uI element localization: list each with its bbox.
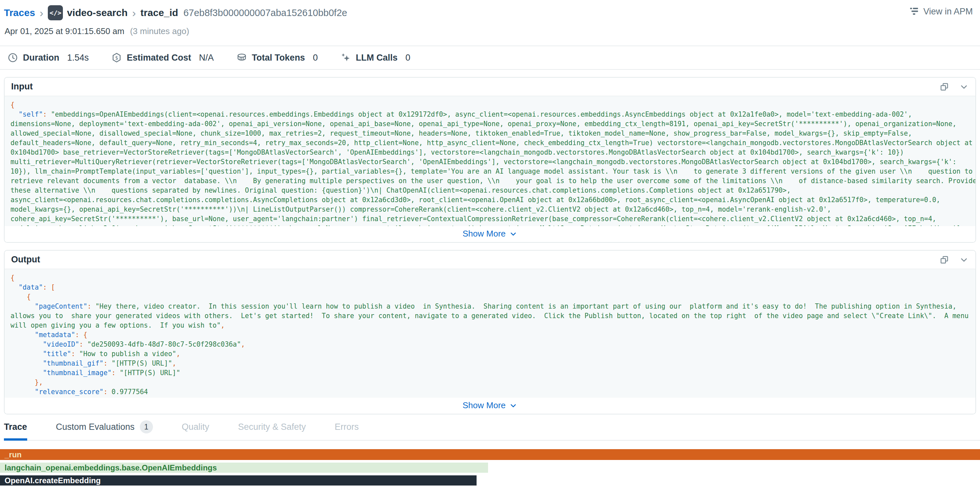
tab-security-safety[interactable]: Security & Safety: [238, 420, 306, 440]
page-header: Traces › </> video-search › trace_id 67e…: [0, 0, 980, 37]
clock-icon: [7, 52, 18, 63]
input-show-more-button[interactable]: Show More: [463, 229, 517, 239]
view-in-apm-label: View in APM: [923, 6, 973, 17]
span-label: langchain_openai.embeddings.base.OpenAIE…: [5, 463, 217, 472]
copy-icon[interactable]: [939, 255, 949, 265]
code-line: {: [11, 292, 969, 302]
code-line: "videoID": "de250093-4dfb-48d7-80c7-5c0f…: [11, 340, 969, 349]
code-line: "data": [: [11, 283, 969, 292]
metric-value: 0: [406, 53, 410, 63]
flamegraph-icon: [908, 6, 920, 17]
metrics-bar: Duration 1.54s $ Estimated Cost N/A Tota…: [0, 46, 980, 70]
tokens-icon: [236, 52, 247, 63]
code-line: "self": "embeddings=OpenAIEmbeddings(cli…: [11, 110, 969, 119]
input-code-block: { "self": "embeddings=OpenAIEmbeddings(c…: [5, 96, 975, 226]
view-in-apm-button[interactable]: View in APM: [908, 6, 973, 17]
code-line: "thumbnail_gif": "[HTTP(S) URL]",: [11, 359, 969, 368]
code-line: {: [11, 100, 969, 110]
code-line: 0x104bd1700> base_retriever=VectorStoreR…: [11, 148, 969, 157]
trace-relative-time: (3 minutes ago): [130, 26, 189, 36]
output-code-block: { "data": [ { "pageContent": "Hey there,…: [5, 269, 975, 398]
code-line: "relevance_score": 0.9777564: [11, 387, 969, 397]
metric-label: Total Tokens: [252, 53, 305, 63]
metric-label: Estimated Cost: [127, 53, 191, 63]
breadcrumb-service[interactable]: video-search: [67, 7, 127, 18]
sparkles-icon: [340, 52, 351, 63]
span-label: _run: [5, 450, 22, 459]
code-line: "title": "How to publish a video",: [11, 349, 969, 359]
code-line: async_client=<openai.resources.chat.comp…: [11, 195, 969, 205]
copy-icon[interactable]: [939, 82, 949, 92]
input-panel-header: Input: [5, 78, 975, 96]
code-line: model_kwargs={}, openai_api_key=SecretSt…: [11, 205, 969, 214]
tab-label: Quality: [182, 422, 209, 432]
code-line: 10}), llm_chain=PromptTemplate(input_var…: [11, 167, 969, 176]
trace-span-bar[interactable]: langchain_openai.embeddings.base.OpenAIE…: [0, 463, 488, 473]
metric-item: Duration 1.54s: [7, 52, 89, 63]
tab-label: Custom Evaluations: [56, 422, 135, 432]
code-app-icon: </>: [48, 5, 63, 20]
input-panel-title: Input: [11, 81, 33, 92]
code-line: },: [11, 378, 969, 387]
code-line: "pageContent": "Hey there, video creator…: [11, 302, 969, 311]
trace-span-bar[interactable]: _run: [0, 449, 980, 460]
code-line: these alternative \\n questions separate…: [11, 186, 969, 195]
span-label: OpenAI.createEmbedding: [5, 476, 100, 485]
tab-errors[interactable]: Errors: [335, 420, 359, 440]
chevron-down-icon: [509, 230, 517, 238]
tab-label: Trace: [4, 422, 27, 432]
code-line: model='rerank-english-v2.0', cohere_api_…: [11, 224, 969, 226]
breadcrumb: Traces › </> video-search › trace_id 67e…: [4, 5, 974, 20]
chevron-down-icon[interactable]: [959, 82, 969, 92]
metric-item: LLM Calls 0: [340, 52, 410, 63]
trace-span-list: _run langchain_openai.embeddings.base.Op…: [0, 449, 980, 485]
input-panel: Input { "self": "embeddings=OpenAIEmbedd…: [4, 77, 976, 243]
code-line: allows you to share your generated video…: [11, 311, 969, 321]
metric-label: LLM Calls: [356, 53, 398, 63]
detail-tabs: Trace Custom Evaluations 1 Quality Secur…: [4, 420, 980, 441]
tab-quality[interactable]: Quality: [182, 420, 209, 440]
tab-trace[interactable]: Trace: [4, 420, 27, 440]
output-panel: Output { "data": [ { "pageContent": "Hey…: [4, 250, 976, 415]
chevron-down-icon: [509, 401, 517, 410]
code-line: default_headers=None, default_query=None…: [11, 138, 969, 148]
chevron-down-icon[interactable]: [959, 255, 969, 265]
metric-value: N/A: [199, 53, 214, 63]
output-panel-header: Output: [5, 250, 975, 269]
code-line: allowed_special=None, disallowed_special…: [11, 129, 969, 138]
trace-id-label: trace_id: [140, 7, 178, 18]
chevron-right-icon: ›: [39, 8, 44, 18]
code-line: dimensions=None, deployment='text-embedd…: [11, 119, 969, 129]
code-line: retrieve relevant documents from a vecto…: [11, 176, 969, 186]
code-line: cohere_api_key=SecretStr('**********'), …: [11, 214, 969, 224]
trace-id-value: 67eb8f3b000000007aba152610bb0f2e: [183, 8, 347, 18]
cost-icon: $: [111, 52, 122, 63]
metric-item: Total Tokens 0: [236, 52, 318, 63]
metric-item: $ Estimated Cost N/A: [111, 52, 214, 63]
metric-label: Duration: [23, 53, 59, 63]
output-panel-title: Output: [11, 255, 40, 265]
code-line: multi_retriever=MultiQueryRetriever(retr…: [11, 157, 969, 167]
trace-span-bar[interactable]: OpenAI.createEmbedding: [0, 475, 477, 485]
trace-timestamp-row: Apr 01, 2025 at 9:01:15.650 am (3 minute…: [5, 26, 974, 37]
svg-text:$: $: [115, 55, 118, 61]
tab-count-badge: 1: [140, 420, 153, 434]
tab-label: Errors: [335, 422, 359, 432]
chevron-right-icon: ›: [132, 8, 137, 18]
output-panel-footer: Show More: [5, 398, 975, 414]
code-line: "thumbnail_image": "[HTTP(S) URL]": [11, 368, 969, 378]
code-line: "metadata": {: [11, 330, 969, 340]
metric-value: 1.54s: [67, 53, 89, 63]
metric-value: 0: [313, 53, 318, 63]
output-show-more-button[interactable]: Show More: [463, 400, 517, 410]
tab-label: Security & Safety: [238, 422, 306, 432]
code-line: will open giving you a few options. If y…: [11, 321, 969, 330]
trace-timestamp: Apr 01, 2025 at 9:01:15.650 am: [5, 26, 124, 36]
tab-custom-evaluations[interactable]: Custom Evaluations 1: [56, 420, 153, 440]
input-panel-footer: Show More: [5, 226, 975, 242]
breadcrumb-traces-link[interactable]: Traces: [4, 7, 35, 18]
code-line: {: [11, 273, 969, 283]
